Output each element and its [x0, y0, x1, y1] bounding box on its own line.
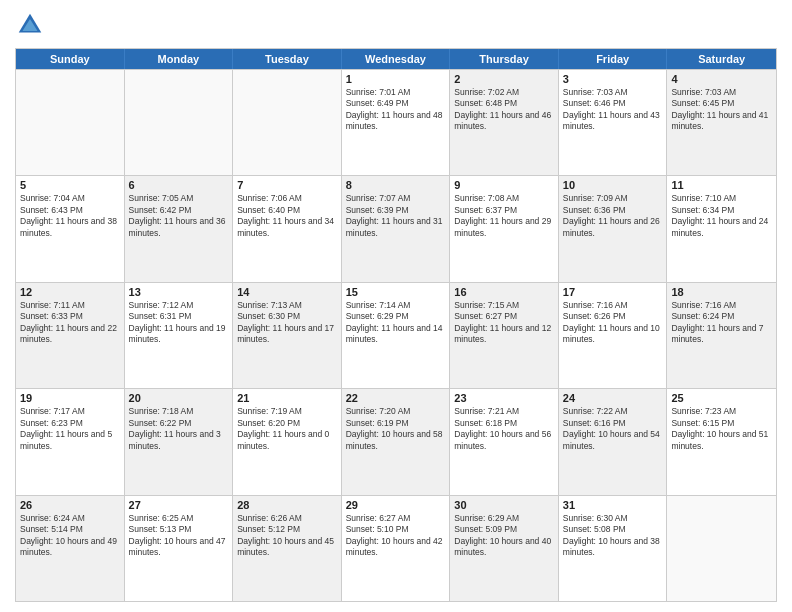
- cell-text: Sunrise: 7:22 AM Sunset: 6:16 PM Dayligh…: [563, 406, 663, 452]
- cell-text: Sunrise: 6:27 AM Sunset: 5:10 PM Dayligh…: [346, 513, 446, 559]
- day-number: 20: [129, 392, 229, 404]
- cal-cell: 4Sunrise: 7:03 AM Sunset: 6:45 PM Daylig…: [667, 70, 776, 175]
- day-number: 22: [346, 392, 446, 404]
- day-number: 4: [671, 73, 772, 85]
- day-number: 10: [563, 179, 663, 191]
- cal-cell: 22Sunrise: 7:20 AM Sunset: 6:19 PM Dayli…: [342, 389, 451, 494]
- cell-text: Sunrise: 7:08 AM Sunset: 6:37 PM Dayligh…: [454, 193, 554, 239]
- cal-header-cell-saturday: Saturday: [667, 49, 776, 69]
- day-number: 31: [563, 499, 663, 511]
- day-number: 17: [563, 286, 663, 298]
- cal-header-cell-thursday: Thursday: [450, 49, 559, 69]
- day-number: 1: [346, 73, 446, 85]
- cell-text: Sunrise: 7:09 AM Sunset: 6:36 PM Dayligh…: [563, 193, 663, 239]
- page: SundayMondayTuesdayWednesdayThursdayFrid…: [0, 0, 792, 612]
- calendar-body: 1Sunrise: 7:01 AM Sunset: 6:49 PM Daylig…: [16, 69, 776, 601]
- cal-cell: 13Sunrise: 7:12 AM Sunset: 6:31 PM Dayli…: [125, 283, 234, 388]
- day-number: 8: [346, 179, 446, 191]
- day-number: 7: [237, 179, 337, 191]
- cell-text: Sunrise: 7:05 AM Sunset: 6:42 PM Dayligh…: [129, 193, 229, 239]
- cal-cell: 3Sunrise: 7:03 AM Sunset: 6:46 PM Daylig…: [559, 70, 668, 175]
- cal-header-cell-wednesday: Wednesday: [342, 49, 451, 69]
- day-number: 25: [671, 392, 772, 404]
- day-number: 3: [563, 73, 663, 85]
- cal-cell: 24Sunrise: 7:22 AM Sunset: 6:16 PM Dayli…: [559, 389, 668, 494]
- cal-cell: 5Sunrise: 7:04 AM Sunset: 6:43 PM Daylig…: [16, 176, 125, 281]
- cal-cell: 1Sunrise: 7:01 AM Sunset: 6:49 PM Daylig…: [342, 70, 451, 175]
- cal-cell: 16Sunrise: 7:15 AM Sunset: 6:27 PM Dayli…: [450, 283, 559, 388]
- cal-cell: 27Sunrise: 6:25 AM Sunset: 5:13 PM Dayli…: [125, 496, 234, 601]
- day-number: 29: [346, 499, 446, 511]
- logo-icon: [15, 10, 45, 40]
- cal-header-cell-sunday: Sunday: [16, 49, 125, 69]
- cal-cell: 30Sunrise: 6:29 AM Sunset: 5:09 PM Dayli…: [450, 496, 559, 601]
- cell-text: Sunrise: 7:15 AM Sunset: 6:27 PM Dayligh…: [454, 300, 554, 346]
- day-number: 19: [20, 392, 120, 404]
- cal-cell: 23Sunrise: 7:21 AM Sunset: 6:18 PM Dayli…: [450, 389, 559, 494]
- cal-header-cell-tuesday: Tuesday: [233, 49, 342, 69]
- logo: [15, 10, 49, 40]
- day-number: 23: [454, 392, 554, 404]
- cell-text: Sunrise: 7:02 AM Sunset: 6:48 PM Dayligh…: [454, 87, 554, 133]
- cell-text: Sunrise: 7:16 AM Sunset: 6:26 PM Dayligh…: [563, 300, 663, 346]
- cell-text: Sunrise: 7:11 AM Sunset: 6:33 PM Dayligh…: [20, 300, 120, 346]
- cal-week-3: 12Sunrise: 7:11 AM Sunset: 6:33 PM Dayli…: [16, 282, 776, 388]
- cal-cell: 12Sunrise: 7:11 AM Sunset: 6:33 PM Dayli…: [16, 283, 125, 388]
- cal-cell: 21Sunrise: 7:19 AM Sunset: 6:20 PM Dayli…: [233, 389, 342, 494]
- cell-text: Sunrise: 7:12 AM Sunset: 6:31 PM Dayligh…: [129, 300, 229, 346]
- cell-text: Sunrise: 7:06 AM Sunset: 6:40 PM Dayligh…: [237, 193, 337, 239]
- cal-cell: 28Sunrise: 6:26 AM Sunset: 5:12 PM Dayli…: [233, 496, 342, 601]
- cell-text: Sunrise: 7:03 AM Sunset: 6:46 PM Dayligh…: [563, 87, 663, 133]
- cell-text: Sunrise: 6:30 AM Sunset: 5:08 PM Dayligh…: [563, 513, 663, 559]
- cal-cell: 8Sunrise: 7:07 AM Sunset: 6:39 PM Daylig…: [342, 176, 451, 281]
- cell-text: Sunrise: 7:13 AM Sunset: 6:30 PM Dayligh…: [237, 300, 337, 346]
- day-number: 14: [237, 286, 337, 298]
- cal-cell: 31Sunrise: 6:30 AM Sunset: 5:08 PM Dayli…: [559, 496, 668, 601]
- cal-cell: 26Sunrise: 6:24 AM Sunset: 5:14 PM Dayli…: [16, 496, 125, 601]
- day-number: 9: [454, 179, 554, 191]
- cal-cell: 6Sunrise: 7:05 AM Sunset: 6:42 PM Daylig…: [125, 176, 234, 281]
- cal-cell: 11Sunrise: 7:10 AM Sunset: 6:34 PM Dayli…: [667, 176, 776, 281]
- day-number: 12: [20, 286, 120, 298]
- cal-cell: 14Sunrise: 7:13 AM Sunset: 6:30 PM Dayli…: [233, 283, 342, 388]
- day-number: 16: [454, 286, 554, 298]
- cell-text: Sunrise: 7:20 AM Sunset: 6:19 PM Dayligh…: [346, 406, 446, 452]
- cell-text: Sunrise: 7:07 AM Sunset: 6:39 PM Dayligh…: [346, 193, 446, 239]
- cal-week-2: 5Sunrise: 7:04 AM Sunset: 6:43 PM Daylig…: [16, 175, 776, 281]
- cal-cell: 7Sunrise: 7:06 AM Sunset: 6:40 PM Daylig…: [233, 176, 342, 281]
- cal-cell: [16, 70, 125, 175]
- cell-text: Sunrise: 7:23 AM Sunset: 6:15 PM Dayligh…: [671, 406, 772, 452]
- cell-text: Sunrise: 6:29 AM Sunset: 5:09 PM Dayligh…: [454, 513, 554, 559]
- cell-text: Sunrise: 7:18 AM Sunset: 6:22 PM Dayligh…: [129, 406, 229, 452]
- cell-text: Sunrise: 7:10 AM Sunset: 6:34 PM Dayligh…: [671, 193, 772, 239]
- day-number: 2: [454, 73, 554, 85]
- cal-cell: [233, 70, 342, 175]
- day-number: 26: [20, 499, 120, 511]
- day-number: 27: [129, 499, 229, 511]
- cal-cell: 20Sunrise: 7:18 AM Sunset: 6:22 PM Dayli…: [125, 389, 234, 494]
- cell-text: Sunrise: 7:17 AM Sunset: 6:23 PM Dayligh…: [20, 406, 120, 452]
- cell-text: Sunrise: 7:16 AM Sunset: 6:24 PM Dayligh…: [671, 300, 772, 346]
- cal-cell: 9Sunrise: 7:08 AM Sunset: 6:37 PM Daylig…: [450, 176, 559, 281]
- cal-cell: 15Sunrise: 7:14 AM Sunset: 6:29 PM Dayli…: [342, 283, 451, 388]
- cell-text: Sunrise: 7:19 AM Sunset: 6:20 PM Dayligh…: [237, 406, 337, 452]
- cal-cell: 19Sunrise: 7:17 AM Sunset: 6:23 PM Dayli…: [16, 389, 125, 494]
- day-number: 30: [454, 499, 554, 511]
- cell-text: Sunrise: 6:26 AM Sunset: 5:12 PM Dayligh…: [237, 513, 337, 559]
- day-number: 5: [20, 179, 120, 191]
- day-number: 13: [129, 286, 229, 298]
- calendar: SundayMondayTuesdayWednesdayThursdayFrid…: [15, 48, 777, 602]
- cal-cell: [667, 496, 776, 601]
- cell-text: Sunrise: 7:01 AM Sunset: 6:49 PM Dayligh…: [346, 87, 446, 133]
- cal-week-4: 19Sunrise: 7:17 AM Sunset: 6:23 PM Dayli…: [16, 388, 776, 494]
- cal-cell: 17Sunrise: 7:16 AM Sunset: 6:26 PM Dayli…: [559, 283, 668, 388]
- day-number: 15: [346, 286, 446, 298]
- day-number: 6: [129, 179, 229, 191]
- cal-header-cell-monday: Monday: [125, 49, 234, 69]
- header: [15, 10, 777, 40]
- calendar-header-row: SundayMondayTuesdayWednesdayThursdayFrid…: [16, 49, 776, 69]
- cal-week-1: 1Sunrise: 7:01 AM Sunset: 6:49 PM Daylig…: [16, 69, 776, 175]
- cal-week-5: 26Sunrise: 6:24 AM Sunset: 5:14 PM Dayli…: [16, 495, 776, 601]
- cal-cell: 18Sunrise: 7:16 AM Sunset: 6:24 PM Dayli…: [667, 283, 776, 388]
- cal-cell: 29Sunrise: 6:27 AM Sunset: 5:10 PM Dayli…: [342, 496, 451, 601]
